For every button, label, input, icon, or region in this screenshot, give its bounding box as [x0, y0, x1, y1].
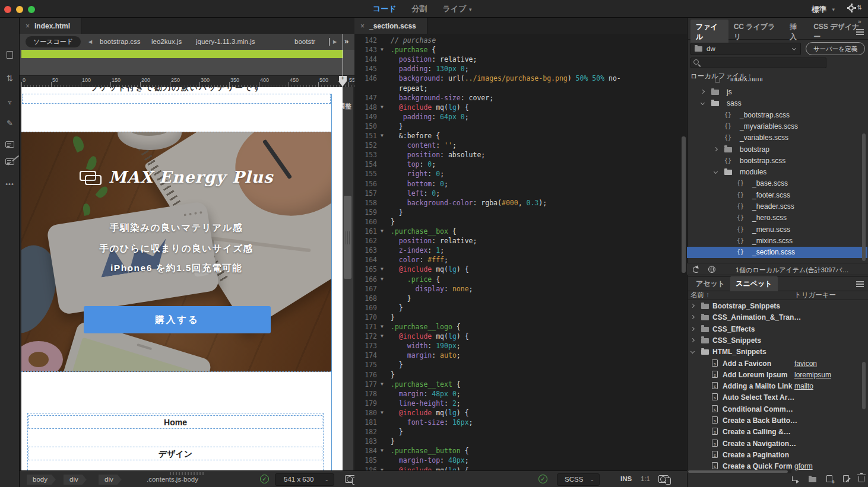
menu-item-design[interactable]: デザイン — [28, 447, 322, 460]
code-line[interactable]: 182 } — [354, 427, 687, 437]
snippet-hscrollbar[interactable] — [687, 470, 791, 473]
expand-icon[interactable] — [714, 147, 718, 151]
snippet-row-Conditional Comm…[interactable]: sConditional Comm… — [687, 404, 867, 415]
code-line[interactable]: 157 left: 0; — [354, 189, 687, 198]
code-line[interactable]: 177▼.purchase__text { — [354, 380, 687, 389]
panel-tab-CSS デザイナー[interactable]: CSS デザイナー — [808, 20, 868, 44]
code-line[interactable]: 155 right: 0; — [354, 169, 687, 179]
snippet-row-Auto Select Text Ar…[interactable]: sAuto Select Text Ar… — [687, 392, 867, 403]
preview-devices-icon[interactable] — [345, 475, 355, 483]
refresh-icon[interactable] — [693, 266, 699, 273]
snippet-scrollbar-thumb[interactable] — [862, 362, 866, 409]
expand-icon[interactable] — [701, 90, 705, 94]
code-line[interactable]: 178 margin: 48px 0; — [354, 389, 687, 399]
code-line[interactable]: 143▼.purchase { — [354, 45, 687, 55]
code-line[interactable]: 183} — [354, 437, 687, 446]
code-line[interactable]: 161▼.purchase__box { — [354, 227, 687, 236]
expand-icon[interactable] — [690, 327, 695, 331]
site-select[interactable]: dw — [690, 43, 801, 55]
scroll-right-icon[interactable]: ▶ — [333, 39, 337, 44]
snippet-trigger[interactable]: loremipsum — [794, 371, 831, 379]
code-line[interactable]: 186▼ @include mq(lg) { — [354, 466, 687, 471]
tree-item-bootstrap[interactable]: bootstrap — [687, 144, 867, 155]
code-line[interactable]: 151▼ &:before { — [354, 131, 687, 141]
code-line[interactable]: repeat; — [354, 84, 687, 93]
tree-item-_myvariables.scss[interactable]: {}_myvariables.scss — [687, 121, 867, 132]
source-code-pill[interactable]: ソースコード — [26, 36, 81, 47]
tree-scrollbar-thumb[interactable] — [862, 133, 866, 261]
tree-item-_footer.scss[interactable]: {}_footer.scss — [687, 190, 867, 201]
code-line[interactable]: 159 } — [354, 208, 687, 217]
fold-arrow-icon[interactable]: ▼ — [381, 332, 384, 341]
more-dots-icon[interactable]: ••• — [0, 180, 20, 187]
view-tab-分割[interactable]: 分割 — [412, 4, 427, 14]
code-line[interactable]: 153 position: absolute; — [354, 150, 687, 160]
tree-item-bootstrap.scss[interactable]: {}bootstrap.scss — [687, 155, 867, 167]
workspace-switcher[interactable]: 標準 — [812, 5, 826, 15]
code-editor[interactable]: 142// purchase143▼.purchase {144 positio… — [354, 34, 687, 470]
panel-menu-icon[interactable] — [856, 29, 864, 30]
maximize-window-button[interactable] — [28, 6, 35, 13]
snippet-row-Create a Back Butto…[interactable]: sCreate a Back Butto… — [687, 415, 867, 426]
fold-arrow-icon[interactable]: ▼ — [381, 380, 384, 389]
menu-item-home[interactable]: Home — [28, 415, 322, 429]
code-line[interactable]: 173 width: 190px; — [354, 341, 687, 351]
minimize-window-button[interactable] — [16, 6, 23, 13]
tree-item-sass[interactable]: sass — [687, 98, 867, 109]
tree-item-_mixins.scss[interactable]: {}_mixins.scss — [687, 235, 867, 247]
width-select-icon[interactable]: ↔* — [0, 98, 20, 107]
resize-grip[interactable] — [170, 472, 205, 475]
snippet-row-Adding a Mailto Link[interactable]: sAdding a Mailto Linkmailto — [687, 381, 867, 392]
snippet-row-Add Loreum Ipsum[interactable]: sAdd Loreum Ipsumloremipsum — [687, 370, 867, 381]
snippet-row-CSS_Animation_&_Tran…[interactable]: CSS_Animation_&_Tran… — [687, 312, 867, 323]
tree-item-index.html[interactable]: index.html — [687, 78, 867, 85]
code-line[interactable]: 181 font-size: 16px; — [354, 418, 687, 427]
fold-arrow-icon[interactable]: ▼ — [381, 131, 384, 141]
code-line[interactable]: 158 background-color: rgba(#000, 0.3); — [354, 198, 687, 208]
panel-tab-CC ライブラリ[interactable]: CC ライブラリ — [728, 20, 784, 44]
view-tab-コード[interactable]: コード — [373, 4, 397, 14]
snippet-trigger[interactable]: gform — [794, 462, 813, 470]
tab-section-scss[interactable]: × _section.scss — [354, 18, 427, 34]
snippet-trigger[interactable]: mailto — [794, 382, 813, 390]
code-scrollbar-thumb[interactable] — [682, 136, 686, 273]
collapse-icon[interactable] — [714, 170, 718, 174]
fold-arrow-icon[interactable]: ▼ — [381, 45, 384, 55]
panel-menu-icon[interactable] — [856, 281, 864, 282]
code-line[interactable]: 154 top: 0; — [354, 160, 687, 169]
panel-tab-挿入[interactable]: 挿入 — [784, 20, 808, 44]
fold-arrow-icon[interactable]: ▼ — [381, 227, 384, 236]
edit-pencil-icon[interactable]: ✎ — [0, 119, 20, 128]
code-line[interactable]: 150 } — [354, 122, 687, 131]
sort-arrows-icon[interactable]: ⇅ — [0, 74, 20, 83]
snippet-trigger[interactable]: favicon — [794, 359, 817, 368]
new-folder-icon[interactable] — [809, 477, 816, 482]
tree-item-_hero.scss[interactable]: {}_hero.scss — [687, 212, 867, 224]
close-window-button[interactable] — [4, 6, 11, 13]
code-line[interactable]: 142// purchase — [354, 36, 687, 45]
breadcrumb-tag-body[interactable]: body — [27, 475, 56, 485]
breadcrumb-tag-div[interactable]: div — [99, 475, 122, 485]
breadcrumb-tag-div[interactable]: div — [64, 475, 87, 485]
fold-arrow-icon[interactable]: ▼ — [381, 322, 384, 332]
code-line[interactable]: 175 } — [354, 360, 687, 370]
define-server-button[interactable]: サーバーを定義 — [806, 42, 865, 55]
code-line[interactable]: 149 padding: 64px 0; — [354, 112, 687, 122]
fold-arrow-icon[interactable]: ▼ — [381, 408, 384, 418]
tree-item-_base.scss[interactable]: {}_base.scss — [687, 178, 867, 189]
related-file[interactable]: bootstr — [294, 38, 315, 45]
live-preview-page[interactable]: ソケット付きで勧刀の厥いバッテリーです — [21, 87, 343, 470]
fold-arrow-icon[interactable]: ▼ — [381, 275, 384, 284]
close-tab-icon[interactable]: × — [26, 22, 30, 30]
more-files-icon[interactable]: » — [344, 37, 349, 46]
file-search-input[interactable] — [690, 58, 826, 68]
code-line[interactable]: 148▼ @include mq(lg) { — [354, 103, 687, 112]
code-line[interactable]: 167 display: none; — [354, 284, 687, 294]
code-line[interactable]: 169 } — [354, 303, 687, 313]
fold-arrow-icon[interactable]: ▼ — [381, 265, 384, 274]
comment-icon[interactable] — [0, 139, 20, 150]
code-line[interactable]: 180▼ @include mq(lg) { — [354, 408, 687, 418]
breadcrumb-selector[interactable]: .contents.js-body — [147, 476, 198, 483]
sync-settings-gear-icon[interactable] — [848, 5, 854, 11]
collapse-icon[interactable] — [701, 101, 705, 105]
